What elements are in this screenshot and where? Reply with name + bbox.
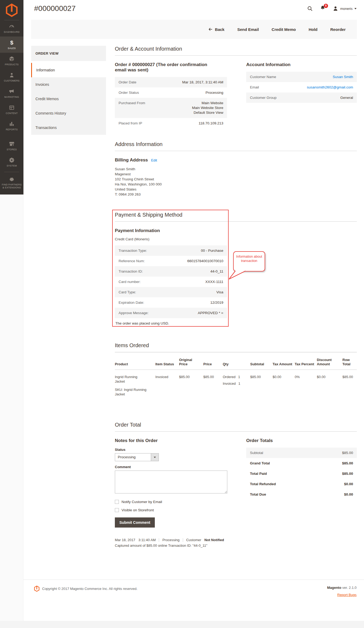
status-label: Status — [115, 448, 227, 452]
notes-subtitle: Notes for this Order — [115, 438, 227, 443]
items-header-row: Product Item Status Original Price Price… — [115, 353, 357, 370]
table-row: Customer Name Susan Smith — [246, 72, 357, 82]
table-row: Customer Group General — [246, 92, 357, 103]
original-price: $85.00 — [179, 370, 203, 397]
table-row: Reference Num: 660157840010070010 — [115, 256, 227, 266]
tax-percent: 0% — [295, 370, 317, 397]
history-date: Mar 18, 2017 — [115, 538, 135, 542]
visible-storefront-checkbox[interactable] — [115, 508, 119, 512]
sidebar-item-label: CUSTOMERS — [4, 79, 19, 82]
sidebar-item-label: PRODUCTS — [5, 63, 19, 66]
sidebar-item-products[interactable]: PRODUCTS — [0, 53, 23, 69]
magento-logo-icon — [6, 3, 18, 17]
status-select[interactable]: Processing — [115, 453, 159, 461]
product-sku: SKU: Ingrid Running Jacket — [115, 387, 149, 396]
stores-icon — [9, 141, 15, 147]
tab-credit-memos[interactable]: Credit Memos — [31, 92, 106, 106]
table-row: Approve Message: APPROVED * = — [115, 308, 227, 318]
sidebar-item-sales[interactable]: $ SALES — [0, 37, 23, 53]
order-totals-table: Subtotal $85.00 Grand Total $85.00 Total… — [246, 448, 357, 500]
sidebar-item-reports[interactable]: REPORTS — [0, 118, 23, 134]
tab-transactions[interactable]: Transactions — [31, 120, 106, 135]
send-email-button[interactable]: Send Email — [231, 27, 265, 32]
chevron-down-icon — [354, 8, 357, 9]
magento-footer-logo — [34, 586, 39, 592]
products-icon — [9, 56, 15, 62]
main-area: #000000027 9 moneris Back Send Emai — [23, 0, 364, 621]
system-icon — [9, 157, 15, 163]
tax-amount: $0.00 — [273, 370, 295, 397]
credit-memo-button[interactable]: Credit Memo — [265, 27, 302, 32]
notifications-button[interactable]: 9 — [320, 5, 326, 12]
customer-name-link[interactable]: Susan Smith — [333, 75, 353, 79]
table-row: Ingrid Running Jacket SKU: Ingrid Runnin… — [115, 370, 357, 397]
sidebar-item-label: SALES — [8, 47, 16, 50]
account-info-table: Customer Name Susan Smith Email susansmi… — [246, 72, 357, 103]
table-row: Email susansmith2602@gmail.com — [246, 82, 357, 92]
table-row: Purchased From Main Website Main Website… — [115, 98, 227, 118]
order-history-entry: Mar 18, 2017 3:11:40 AM Processing Custo… — [115, 538, 357, 548]
customer-email-link[interactable]: susansmith2602@gmail.com — [307, 85, 353, 90]
reports-icon — [9, 121, 15, 127]
separator — [159, 538, 159, 542]
payment-info-subtitle: Payment Information — [115, 228, 227, 233]
notify-customer-checkbox[interactable] — [115, 500, 119, 504]
visible-storefront-checkbox-row[interactable]: Visible on Storefront — [115, 508, 227, 512]
section-heading: Address Information — [115, 141, 357, 151]
sidebar-item-label: DASHBOARD — [4, 31, 20, 34]
admin-sidebar: DASHBOARD $ SALES PRODUCTS CUSTOMERS MAR… — [0, 0, 23, 195]
payment-info-table: Transaction Type: 00 - Purchase Referenc… — [115, 245, 227, 318]
tab-invoices[interactable]: Invoices — [31, 77, 106, 92]
table-row: Transaction ID: 44-0_11 — [115, 266, 227, 277]
sidebar-item-customers[interactable]: CUSTOMERS — [0, 69, 23, 85]
history-time: 3:11:40 AM — [139, 538, 156, 542]
annotation-callout-tail — [229, 271, 246, 280]
payment-method: Credit Card (Moneris) — [115, 237, 227, 241]
submit-comment-button[interactable]: Submit Comment — [115, 517, 155, 528]
tab-comments-history[interactable]: Comments History — [31, 106, 106, 120]
back-arrow-icon — [208, 27, 213, 32]
annotation-callout: Information about transaction — [233, 251, 265, 272]
status-select-value: Processing — [115, 453, 151, 461]
section-heading: Order Total — [115, 422, 357, 432]
sidebar-item-marketing[interactable]: MARKETING — [0, 85, 23, 102]
dashboard-icon — [9, 23, 15, 29]
order-subtitle: Order # 000000027 (The order confirmatio… — [115, 62, 219, 73]
sidebar-item-label: SYSTEM — [7, 164, 17, 167]
sidebar-item-label: STORES — [7, 148, 17, 151]
user-menu[interactable]: moneris — [333, 6, 357, 11]
sales-icon: $ — [10, 40, 13, 46]
footer: Copyright © 2017 Magento Commerce Inc. A… — [23, 580, 364, 603]
page-header: #000000027 9 moneris — [23, 0, 364, 17]
report-bugs-link[interactable]: Report Bugs — [337, 593, 357, 597]
notify-customer-checkbox-row[interactable]: Notify Customer by Email — [115, 500, 227, 504]
sidebar-item-system[interactable]: SYSTEM — [0, 154, 23, 170]
magento-logo[interactable] — [0, 0, 23, 20]
tab-information[interactable]: Information — [31, 63, 106, 77]
page-title: #000000027 — [34, 4, 76, 13]
left-rail: DASHBOARD $ SALES PRODUCTS CUSTOMERS MAR… — [0, 0, 23, 621]
content-icon — [9, 105, 15, 111]
table-row: Order Date Mar 18, 2017, 3:11:40 AM — [115, 77, 227, 87]
edit-address-link[interactable]: Edit — [151, 158, 157, 162]
search-icon[interactable] — [307, 6, 313, 11]
billing-address-block: Susan Smith Magenest 102 Truong Chinh St… — [115, 167, 357, 197]
table-row: Order Status Processing — [115, 87, 227, 98]
sidebar-item-find-partners[interactable]: FIND PARTNERS & EXTENSIONS — [0, 174, 23, 192]
back-button[interactable]: Back — [202, 27, 231, 32]
section-items-ordered: Items Ordered Product Item Status Origin… — [115, 342, 357, 396]
order-view-nav: ORDER VIEW Information Invoices Credit M… — [31, 46, 106, 135]
sidebar-item-dashboard[interactable]: DASHBOARD — [0, 20, 23, 37]
sidebar-item-content[interactable]: CONTENT — [0, 102, 23, 118]
account-info-subtitle: Account Information — [246, 62, 357, 67]
hold-button[interactable]: Hold — [302, 27, 324, 32]
select-dropdown-button[interactable] — [151, 453, 159, 461]
reorder-button[interactable]: Reorder — [324, 27, 352, 32]
section-order-account: Order & Account Information Order # 0000… — [115, 46, 357, 128]
sidebar-item-stores[interactable]: STORES — [0, 138, 23, 154]
comment-textarea[interactable] — [115, 471, 227, 493]
sidebar-item-label: CONTENT — [6, 112, 18, 115]
row-total: $85.00 — [342, 370, 357, 397]
sidebar-item-label: REPORTS — [6, 128, 18, 131]
order-action-bar: Back Send Email Credit Memo Hold Reorder — [31, 20, 357, 39]
